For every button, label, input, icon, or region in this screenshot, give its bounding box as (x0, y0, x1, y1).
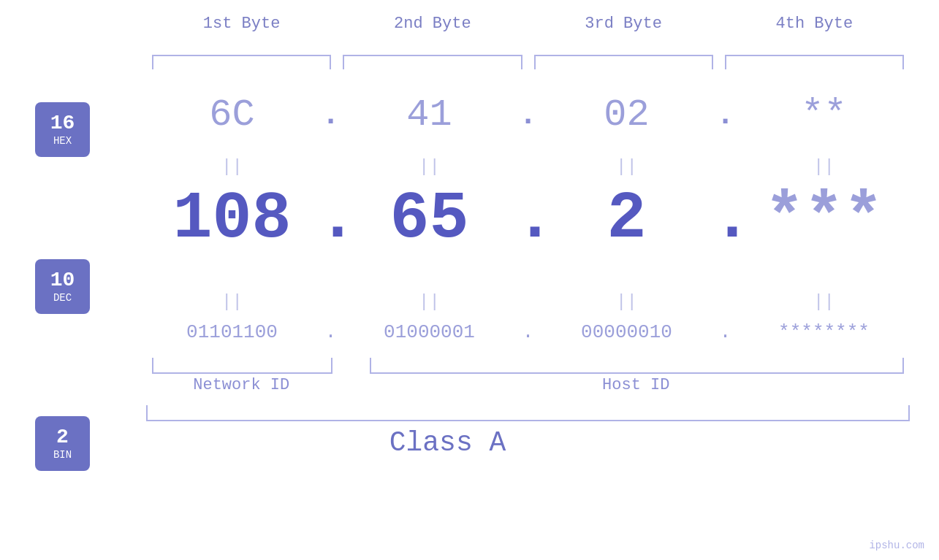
eq2-byte4: || (738, 292, 910, 312)
eq1-byte2: || (343, 157, 515, 177)
hex-byte2: 41 (343, 93, 515, 137)
eq2-byte3: || (541, 292, 712, 312)
base-labels: 16 HEX 10 DEC 2 BIN (35, 102, 90, 471)
hex-dot3: . (712, 98, 738, 133)
header-byte2: 2nd Byte (337, 15, 528, 33)
dec-dot2: . (515, 186, 541, 252)
equals-row2: || || || || (146, 292, 910, 312)
bin-byte2: 01000001 (343, 321, 515, 343)
dec-byte3: 2 (541, 186, 712, 252)
header-byte4: 4th Byte (719, 15, 910, 33)
bin-dot3: . (712, 321, 738, 343)
hex-dot1: . (318, 98, 343, 133)
class-label: Class A (0, 427, 895, 459)
bracket-byte4 (725, 55, 904, 69)
bin-row: 01101100 . 01000001 . 00000010 . *******… (146, 321, 910, 343)
network-id-label: Network ID (152, 376, 331, 394)
full-bracket (146, 405, 910, 421)
watermark: ipshu.com (869, 540, 924, 551)
base-dec: 10 DEC (35, 259, 90, 314)
header-byte1: 1st Byte (146, 15, 337, 33)
base-hex: 16 HEX (35, 102, 90, 157)
eq2-byte1: || (146, 292, 318, 312)
top-brackets (146, 55, 910, 69)
bin-byte3: 00000010 (541, 321, 712, 343)
eq1-byte1: || (146, 157, 318, 177)
hex-byte3: 02 (541, 93, 712, 137)
eq2-byte2: || (343, 292, 515, 312)
bracket-byte2 (343, 55, 522, 69)
bin-dot2: . (515, 321, 541, 343)
equals-row1: || || || || (146, 157, 910, 177)
hex-dot2: . (515, 98, 541, 133)
byte-headers: 1st Byte 2nd Byte 3rd Byte 4th Byte (146, 15, 910, 33)
dec-row: 108 . 65 . 2 . *** (146, 186, 910, 252)
bracket-byte1 (152, 55, 331, 69)
bracket-host (370, 358, 905, 374)
bin-byte1: 01101100 (146, 321, 318, 343)
header-byte3: 3rd Byte (528, 15, 719, 33)
dec-dot1: . (318, 186, 343, 252)
eq1-byte3: || (541, 157, 712, 177)
bracket-byte3 (534, 55, 713, 69)
bottom-brackets (146, 358, 910, 374)
dec-byte2: 65 (343, 186, 515, 252)
dec-byte4: *** (738, 186, 910, 252)
dec-byte1: 108 (146, 186, 318, 252)
hex-row: 6C . 41 . 02 . ** (146, 93, 910, 137)
dec-dot3: . (712, 186, 738, 252)
eq1-byte4: || (738, 157, 910, 177)
host-id-label: Host ID (368, 376, 905, 394)
main-container: 1st Byte 2nd Byte 3rd Byte 4th Byte 16 H… (0, 0, 939, 560)
bin-dot1: . (318, 321, 343, 343)
id-labels: Network ID Host ID (146, 376, 910, 394)
bracket-network (152, 358, 332, 374)
hex-byte4: ** (738, 93, 910, 137)
bin-byte4: ******** (738, 321, 910, 343)
hex-byte1: 6C (146, 93, 318, 137)
